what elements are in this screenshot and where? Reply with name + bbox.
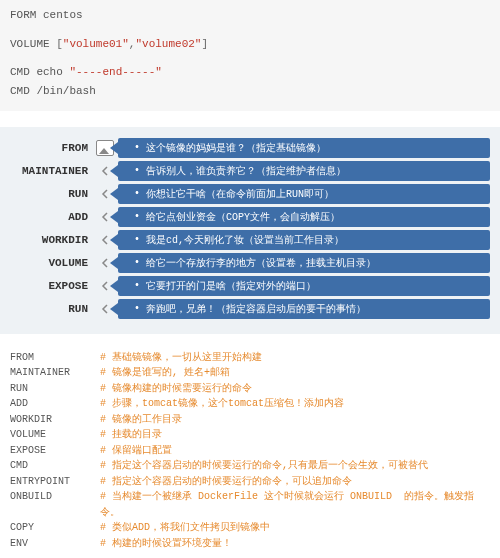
code-line-2: VOLUME ["volume01","volume02"] xyxy=(10,35,490,54)
comment-key: FROM xyxy=(10,350,100,366)
diagram-row: MAINTAINER •告诉别人，谁负责养它？（指定维护者信息） xyxy=(10,161,490,181)
diagram-desc: 给它一个存放行李的地方（设置卷，挂载主机目录） xyxy=(146,256,376,270)
diagram-label: RUN xyxy=(10,188,92,200)
diagram-desc-bar: •这个镜像的妈妈是谁？（指定基础镜像） xyxy=(118,138,490,158)
diagram-desc-bar: •奔跑吧，兄弟！（指定容器启动后的要干的事情） xyxy=(118,299,490,319)
keyword: CMD xyxy=(10,66,30,78)
comment-text: # 镜像是谁写的, 姓名+邮箱 xyxy=(100,365,490,381)
punct: [ xyxy=(50,38,63,50)
keyword: FORM xyxy=(10,9,36,21)
dockerfile-code-block: FORM centos VOLUME ["volume01","volume02… xyxy=(0,0,500,111)
comment-row: ENTRYPOINT# 指定这个容器启动的时候要运行的命令，可以追加命令 xyxy=(10,474,490,490)
string: "volume01" xyxy=(63,38,129,50)
comment-key: COPY xyxy=(10,520,100,536)
keyword: CMD xyxy=(10,85,30,97)
comment-text: # 保留端口配置 xyxy=(100,443,490,459)
code-text: /bin/bash xyxy=(30,85,96,97)
diagram-row: RUN •奔跑吧，兄弟！（指定容器启动后的要干的事情） xyxy=(10,299,490,319)
diagram-desc-bar: •你想让它干啥（在命令前面加上RUN即可） xyxy=(118,184,490,204)
comment-key: ONBUILD xyxy=(10,489,100,520)
diagram-row: WORKDIR •我是cd,今天刚化了妆（设置当前工作目录） xyxy=(10,230,490,250)
comment-text: # 构建的时候设置环境变量！ xyxy=(100,536,490,552)
diagram-label: WORKDIR xyxy=(10,234,92,246)
diagram-desc-bar: •它要打开的门是啥（指定对外的端口） xyxy=(118,276,490,296)
comment-row: EXPOSE# 保留端口配置 xyxy=(10,443,490,459)
diagram-label: ADD xyxy=(10,211,92,223)
comment-row: ENV# 构建的时候设置环境变量！ xyxy=(10,536,490,552)
diagram-label: MAINTAINER xyxy=(10,165,92,177)
comment-text: # 挂载的目录 xyxy=(100,427,490,443)
diagram-desc: 给它点创业资金（COPY文件，会自动解压） xyxy=(146,210,340,224)
comment-text: # 指定这个容器启动的时候要运行的命令,只有最后一个会生效，可被替代 xyxy=(100,458,490,474)
comment-text: # 指定这个容器启动的时候要运行的命令，可以追加命令 xyxy=(100,474,490,490)
code-line-3: CMD echo "----end-----" xyxy=(10,63,490,82)
comment-row: VOLUME# 挂载的目录 xyxy=(10,427,490,443)
comment-row: MAINTAINER# 镜像是谁写的, 姓名+邮箱 xyxy=(10,365,490,381)
code-text: echo xyxy=(30,66,70,78)
comment-row: COPY# 类似ADD，将我们文件拷贝到镜像中 xyxy=(10,520,490,536)
comment-row: CMD# 指定这个容器启动的时候要运行的命令,只有最后一个会生效，可被替代 xyxy=(10,458,490,474)
comment-row: ONBUILD# 当构建一个被继承 DockerFile 这个时候就会运行 ON… xyxy=(10,489,490,520)
comment-text: # 类似ADD，将我们文件拷贝到镜像中 xyxy=(100,520,490,536)
code-line-1: FORM centos xyxy=(10,6,490,25)
comment-row: RUN# 镜像构建的时候需要运行的命令 xyxy=(10,381,490,397)
punct: ] xyxy=(201,38,208,50)
diagram-desc-bar: •给它点创业资金（COPY文件，会自动解压） xyxy=(118,207,490,227)
diagram-label: VOLUME xyxy=(10,257,92,269)
comment-key: CMD xyxy=(10,458,100,474)
diagram-desc: 这个镜像的妈妈是谁？（指定基础镜像） xyxy=(146,141,326,155)
diagram-row: EXPOSE •它要打开的门是啥（指定对外的端口） xyxy=(10,276,490,296)
string: "volume02" xyxy=(135,38,201,50)
code-line-4: CMD /bin/bash xyxy=(10,82,490,101)
comment-key: ENTRYPOINT xyxy=(10,474,100,490)
diagram-desc-bar: •给它一个存放行李的地方（设置卷，挂载主机目录） xyxy=(118,253,490,273)
comment-row: FROM# 基础镜镜像，一切从这里开始构建 xyxy=(10,350,490,366)
diagram-desc: 奔跑吧，兄弟！（指定容器启动后的要干的事情） xyxy=(146,302,366,316)
comment-text: # 步骤，tomcat镜像，这个tomcat压缩包！添加内容 xyxy=(100,396,490,412)
instruction-diagram: FROM •这个镜像的妈妈是谁？（指定基础镜像） MAINTAINER •告诉别… xyxy=(0,127,500,334)
comment-row: ADD# 步骤，tomcat镜像，这个tomcat压缩包！添加内容 xyxy=(10,396,490,412)
comment-key: WORKDIR xyxy=(10,412,100,428)
comment-row: WORKDIR# 镜像的工作目录 xyxy=(10,412,490,428)
diagram-row: RUN •你想让它干啥（在命令前面加上RUN即可） xyxy=(10,184,490,204)
diagram-desc: 告诉别人，谁负责养它？（指定维护者信息） xyxy=(146,164,346,178)
diagram-desc-bar: •我是cd,今天刚化了妆（设置当前工作目录） xyxy=(118,230,490,250)
comment-key: ENV xyxy=(10,536,100,552)
diagram-desc: 我是cd,今天刚化了妆（设置当前工作目录） xyxy=(146,233,344,247)
instruction-comments: FROM# 基础镜镜像，一切从这里开始构建 MAINTAINER# 镜像是谁写的… xyxy=(0,334,500,558)
comment-key: RUN xyxy=(10,381,100,397)
comment-text: # 当构建一个被继承 DockerFile 这个时候就会运行 ONBUILD 的… xyxy=(100,489,490,520)
string: "----end-----" xyxy=(69,66,161,78)
diagram-desc: 你想让它干啥（在命令前面加上RUN即可） xyxy=(146,187,334,201)
comment-text: # 基础镜镜像，一切从这里开始构建 xyxy=(100,350,490,366)
diagram-row: VOLUME •给它一个存放行李的地方（设置卷，挂载主机目录） xyxy=(10,253,490,273)
comment-key: VOLUME xyxy=(10,427,100,443)
code-text: centos xyxy=(36,9,82,21)
diagram-desc-bar: •告诉别人，谁负责养它？（指定维护者信息） xyxy=(118,161,490,181)
diagram-label: EXPOSE xyxy=(10,280,92,292)
diagram-desc: 它要打开的门是啥（指定对外的端口） xyxy=(146,279,316,293)
comment-key: MAINTAINER xyxy=(10,365,100,381)
keyword: VOLUME xyxy=(10,38,50,50)
comment-text: # 镜像构建的时候需要运行的命令 xyxy=(100,381,490,397)
diagram-label: RUN xyxy=(10,303,92,315)
diagram-row: ADD •给它点创业资金（COPY文件，会自动解压） xyxy=(10,207,490,227)
comment-key: ADD xyxy=(10,396,100,412)
comment-text: # 镜像的工作目录 xyxy=(100,412,490,428)
comment-key: EXPOSE xyxy=(10,443,100,459)
diagram-label: FROM xyxy=(10,142,92,154)
diagram-row: FROM •这个镜像的妈妈是谁？（指定基础镜像） xyxy=(10,138,490,158)
